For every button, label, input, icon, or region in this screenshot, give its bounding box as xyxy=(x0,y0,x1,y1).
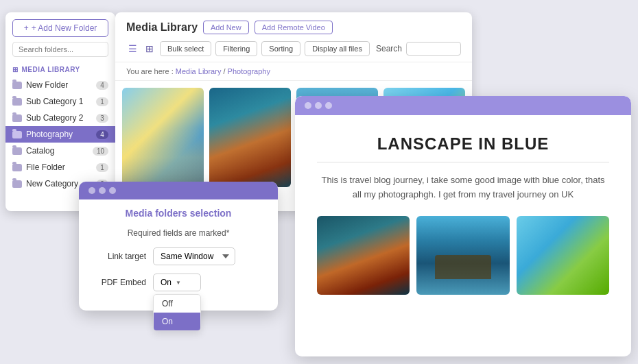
media-thumbnail-beach[interactable] xyxy=(122,88,204,187)
folder-badge: 1 xyxy=(96,97,108,106)
blog-image-underwater xyxy=(317,216,410,295)
pdf-embed-dropdown-menu: Off On xyxy=(153,294,201,331)
toolbar-row: ☰ ⊞ Bulk select Filtering Sorting Displa… xyxy=(126,41,461,56)
media-thumbnail-underwater[interactable] xyxy=(209,88,291,187)
folder-name: Sub Category 1 xyxy=(26,97,83,106)
breadcrumb: You are here : Media Library / Photograp… xyxy=(115,62,472,81)
media-library-title: Media Library xyxy=(126,21,198,34)
media-library-header: Media Library Add New Add Remote Video ☰… xyxy=(115,12,472,62)
breadcrumb-current[interactable]: Photography xyxy=(228,67,270,75)
folder-icon xyxy=(12,114,22,122)
titlebar-dot-1 xyxy=(305,102,311,109)
add-folder-button[interactable]: + + Add New Folder xyxy=(12,19,108,37)
pdf-embed-label: PDF Embed xyxy=(91,278,146,287)
pdf-embed-option-on[interactable]: On xyxy=(154,313,200,330)
folder-badge: 3 xyxy=(96,114,108,123)
link-target-row: Link target Same Window New Window xyxy=(91,247,265,265)
pdf-embed-toggle[interactable]: On ▼ xyxy=(153,274,201,291)
blog-image-grid xyxy=(317,216,609,295)
modal-body: Required fields are marked* Link target … xyxy=(79,223,278,311)
titlebar-dot-1 xyxy=(88,187,95,194)
folder-item-subcategory2[interactable]: Sub Category 2 3 xyxy=(5,110,115,126)
blog-titlebar xyxy=(295,96,631,115)
titlebar-dot-3 xyxy=(109,187,116,194)
folder-icon xyxy=(12,98,22,106)
folder-item-subcategory1[interactable]: Sub Category 1 1 xyxy=(5,93,115,110)
add-remote-video-button[interactable]: Add Remote Video xyxy=(255,21,333,34)
sorting-button[interactable]: Sorting xyxy=(261,41,300,56)
folder-icon xyxy=(12,164,22,171)
folder-badge: 4 xyxy=(96,81,108,90)
link-target-label: Link target xyxy=(91,252,146,261)
breadcrumb-library-link[interactable]: Media Library xyxy=(176,67,222,75)
media-library-section-label: ⊞ MEDIA LIBRARY xyxy=(5,62,115,77)
blog-image-boat xyxy=(416,216,509,295)
list-view-button[interactable]: ☰ xyxy=(126,42,139,56)
display-all-button[interactable]: Display all files xyxy=(305,41,370,56)
pdf-embed-dropdown-container: On ▼ Off On xyxy=(153,274,201,291)
chevron-down-icon: ▼ xyxy=(176,280,181,286)
add-new-button[interactable]: Add New xyxy=(203,21,249,34)
breadcrumb-prefix: You are here : xyxy=(126,67,174,75)
folder-icon xyxy=(12,180,22,188)
blog-title: LANSCAPE IN BLUE xyxy=(377,134,550,154)
folder-icon xyxy=(12,147,22,155)
folder-name: Photography xyxy=(26,130,73,139)
folder-item-catalog[interactable]: Catalog 10 xyxy=(5,143,115,159)
folder-name: Sub Category 2 xyxy=(26,113,83,123)
folder-list: New Folder 4 Sub Category 1 1 Sub Catego… xyxy=(5,77,115,192)
link-target-select[interactable]: Same Window New Window xyxy=(153,247,235,265)
pdf-embed-row: PDF Embed On ▼ Off On xyxy=(91,274,265,291)
titlebar-dot-3 xyxy=(325,102,332,109)
folder-name: File Folder xyxy=(26,162,65,172)
modal-titlebar xyxy=(79,182,278,199)
sidebar-header: + + Add New Folder xyxy=(5,12,115,62)
folder-badge: 10 xyxy=(93,147,108,156)
folder-icon xyxy=(12,82,22,89)
bulk-select-button[interactable]: Bulk select xyxy=(160,41,211,56)
title-row: Media Library Add New Add Remote Video xyxy=(126,21,461,34)
search-label: Search xyxy=(376,44,402,53)
folder-item-file-folder[interactable]: File Folder 1 xyxy=(5,159,115,175)
modal-title: Media folders selection xyxy=(79,199,278,223)
blog-content: LANSCAPE IN BLUE This is travel blog jou… xyxy=(295,115,631,308)
folder-badge: 4 xyxy=(96,130,108,139)
titlebar-dot-2 xyxy=(99,187,106,194)
required-fields-note: Required fields are marked* xyxy=(91,228,265,238)
blog-image-kayak xyxy=(517,216,609,295)
folder-icon xyxy=(12,131,22,138)
search-input[interactable] xyxy=(406,42,461,56)
blog-description: This is travel blog journey, i take some… xyxy=(317,173,609,202)
add-folder-label: + Add New Folder xyxy=(32,23,97,33)
titlebar-dot-2 xyxy=(315,102,322,109)
grid-icon: ⊞ xyxy=(12,66,19,73)
plus-icon: + xyxy=(24,23,29,33)
folder-item-photography[interactable]: Photography 4 xyxy=(5,126,115,143)
blog-divider xyxy=(317,162,609,162)
folder-name: Catalog xyxy=(26,146,54,156)
folder-badge: 1 xyxy=(96,163,108,172)
folder-name: New Folder xyxy=(26,80,68,90)
pdf-embed-value: On xyxy=(161,278,172,287)
folder-item-new-folder[interactable]: New Folder 4 xyxy=(5,77,115,93)
folder-name: New Category xyxy=(26,179,78,189)
media-folders-modal: Media folders selection Required fields … xyxy=(79,182,278,311)
filtering-button[interactable]: Filtering xyxy=(215,41,257,56)
grid-view-button[interactable]: ⊞ xyxy=(143,42,156,56)
pdf-embed-option-off[interactable]: Off xyxy=(154,295,200,313)
search-folders-input[interactable] xyxy=(12,42,108,57)
media-library-label-text: MEDIA LIBRARY xyxy=(22,66,80,73)
blog-preview-panel: LANSCAPE IN BLUE This is travel blog jou… xyxy=(295,96,631,356)
